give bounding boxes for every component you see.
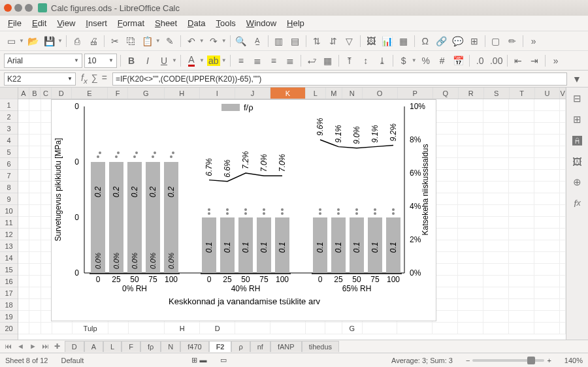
expand-formula-icon[interactable]: ▼ [570, 72, 584, 86]
cell[interactable] [18, 323, 29, 334]
gallery-icon[interactable]: 🖼 [570, 154, 585, 168]
cell[interactable] [129, 323, 165, 334]
cell[interactable] [29, 311, 41, 322]
cell[interactable]: D [200, 323, 235, 334]
cell[interactable] [458, 111, 483, 122]
formatting-toolbar[interactable]: Arial▼ 10▼ B I U▼ A▼ ab▼ ≡ ≣ ≡ ≣ ⮐ ▦ ⤒ ↕… [0, 51, 588, 71]
cell[interactable] [509, 240, 534, 251]
dec-dec-icon[interactable]: .00 [489, 54, 504, 68]
sheet-tab[interactable]: nf [250, 341, 270, 352]
cell[interactable] [509, 299, 534, 310]
sheet-tab[interactable]: A [84, 341, 103, 352]
cell[interactable] [534, 170, 560, 181]
cell[interactable] [433, 182, 458, 193]
cell[interactable] [560, 170, 566, 181]
sort-asc-icon[interactable]: ⇅ [310, 34, 324, 48]
sheet-tab[interactable]: f470 [180, 341, 208, 352]
col-header[interactable]: G [128, 88, 165, 99]
cell[interactable] [483, 146, 509, 157]
cell[interactable] [41, 323, 52, 334]
row-header[interactable]: 3 [0, 123, 18, 135]
cell[interactable] [18, 111, 29, 122]
cell[interactable] [509, 99, 534, 110]
cell[interactable] [433, 264, 458, 275]
insert-mode[interactable]: ⊞ ▬ [191, 356, 206, 364]
pdf-icon[interactable]: ⎙ [70, 34, 84, 48]
cell[interactable] [483, 111, 509, 122]
cell[interactable] [18, 276, 29, 287]
cell[interactable] [483, 158, 509, 169]
cell[interactable] [29, 252, 41, 263]
spreadsheet-grid[interactable]: 1234567891011121314151617181920 ABCDEFGH… [0, 88, 588, 340]
row-header[interactable]: 1 [0, 99, 18, 111]
cell[interactable] [458, 229, 483, 240]
open-icon[interactable]: 📂 [26, 34, 41, 48]
cell[interactable]: H [165, 323, 200, 334]
cell[interactable] [534, 252, 560, 263]
row-header[interactable]: 9 [0, 193, 18, 205]
cell[interactable] [433, 287, 458, 298]
row-header[interactable]: 7 [0, 170, 18, 182]
cell[interactable] [18, 99, 29, 110]
cell[interactable] [534, 193, 560, 204]
cell[interactable] [18, 264, 29, 275]
cell[interactable] [560, 264, 566, 275]
row-header[interactable]: 16 [0, 276, 18, 287]
image-icon[interactable]: 🖼 [364, 34, 378, 48]
cell[interactable] [458, 252, 483, 263]
menu-sheet[interactable]: Sheet [150, 16, 182, 30]
cell[interactable] [18, 170, 29, 181]
cell[interactable] [29, 193, 41, 204]
paste-icon[interactable]: 📋 [140, 34, 155, 48]
cell[interactable] [29, 99, 41, 110]
cell[interactable] [560, 229, 566, 240]
cell[interactable] [483, 123, 509, 134]
cell[interactable] [363, 323, 398, 334]
cell[interactable] [560, 146, 566, 157]
cell[interactable] [534, 135, 560, 146]
cell[interactable] [534, 123, 560, 134]
sum-icon[interactable]: ∑ [91, 72, 98, 85]
tab-prev-icon[interactable]: ◄ [15, 342, 26, 351]
cell[interactable] [458, 135, 483, 146]
embedded-chart[interactable]: 0000Survetugevus pikikiudu [MPa]0%2%4%6%… [51, 99, 436, 321]
row-header[interactable]: 14 [0, 252, 18, 264]
cell[interactable] [433, 158, 458, 169]
cell[interactable] [534, 323, 560, 334]
cell[interactable] [458, 217, 483, 228]
cell[interactable] [18, 146, 29, 157]
row-header[interactable]: 15 [0, 264, 18, 276]
cell[interactable] [560, 299, 566, 310]
cell[interactable] [534, 240, 560, 251]
font-name-combo[interactable]: Arial▼ [4, 54, 82, 68]
cell[interactable] [509, 311, 534, 322]
clone-icon[interactable]: ✎ [163, 34, 177, 48]
zoom-slider[interactable] [472, 359, 544, 362]
zoom-out-icon[interactable]: − [466, 357, 470, 364]
cell[interactable] [52, 323, 73, 334]
cell[interactable] [560, 276, 566, 287]
fx-wizard-icon[interactable]: fx [81, 72, 88, 85]
sidebar-toggle-icon[interactable]: ⊟ [570, 91, 585, 106]
number-icon[interactable]: # [435, 54, 449, 68]
row-header[interactable]: 20 [0, 323, 18, 334]
row-header[interactable]: 8 [0, 182, 18, 193]
col-header[interactable]: E [72, 88, 108, 99]
functions-icon[interactable]: fx [570, 196, 585, 210]
zoom-value[interactable]: 140% [564, 357, 583, 364]
cell[interactable] [433, 311, 458, 322]
row-header[interactable]: 6 [0, 158, 18, 170]
cell[interactable] [18, 123, 29, 134]
cell[interactable] [458, 182, 483, 193]
print-icon[interactable]: 🖨 [86, 34, 101, 48]
cell[interactable] [483, 299, 509, 310]
row-header[interactable]: 19 [0, 311, 18, 323]
cell[interactable]: Tulp [73, 323, 108, 334]
row-header[interactable]: 2 [0, 111, 18, 123]
cell[interactable] [29, 182, 41, 193]
sheet-tab[interactable]: fρ [140, 341, 161, 352]
cell[interactable] [534, 158, 560, 169]
cell[interactable] [433, 99, 458, 110]
menu-view[interactable]: View [52, 16, 80, 30]
cell[interactable] [534, 111, 560, 122]
